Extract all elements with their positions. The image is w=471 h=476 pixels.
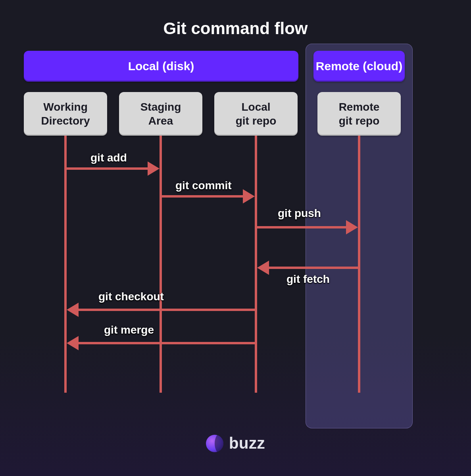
node-label-line: Local xyxy=(241,100,270,114)
node-label-line: Area xyxy=(148,114,173,128)
node-label-line: Working xyxy=(43,100,87,114)
node-local-repo: Local git repo xyxy=(214,92,298,136)
lifeline-staging xyxy=(160,136,162,393)
brand-name: buzz xyxy=(229,434,265,452)
label-git-commit: git commit xyxy=(175,179,232,192)
arrowhead-right-icon xyxy=(346,220,358,234)
label-git-push: git push xyxy=(278,207,321,220)
node-staging-area: Staging Area xyxy=(119,92,202,136)
arrow-git-fetch xyxy=(268,267,359,269)
diagram-title: Git command flow xyxy=(0,0,471,38)
arrow-git-commit xyxy=(161,195,244,198)
remote-region-header: Remote (cloud) xyxy=(313,51,405,82)
arrow-git-merge xyxy=(77,342,256,344)
arrow-git-push xyxy=(256,226,347,228)
node-label-line: Directory xyxy=(41,114,90,128)
label-git-checkout: git checkout xyxy=(98,290,164,303)
node-label-line: git repo xyxy=(236,114,277,128)
brand-logo-icon xyxy=(206,435,223,452)
arrowhead-right-icon xyxy=(148,161,160,176)
arrow-git-add xyxy=(65,167,149,170)
lifeline-working xyxy=(64,136,67,393)
lifeline-remote xyxy=(358,136,360,393)
label-git-add: git add xyxy=(90,152,127,164)
local-region-header: Local (disk) xyxy=(24,51,298,82)
node-label-line: Staging xyxy=(140,100,181,114)
arrowhead-right-icon xyxy=(243,189,255,203)
node-label-line: Remote xyxy=(339,100,380,114)
arrow-git-checkout xyxy=(77,309,256,311)
node-label-line: git repo xyxy=(339,114,380,128)
label-git-fetch: git fetch xyxy=(286,273,330,286)
arrowhead-left-icon xyxy=(67,303,79,317)
brand: buzz xyxy=(0,434,471,452)
node-working-directory: Working Directory xyxy=(24,92,107,136)
arrowhead-left-icon xyxy=(67,336,79,350)
node-remote-repo: Remote git repo xyxy=(317,92,401,136)
label-git-merge: git merge xyxy=(104,324,154,336)
arrowhead-left-icon xyxy=(257,261,269,275)
